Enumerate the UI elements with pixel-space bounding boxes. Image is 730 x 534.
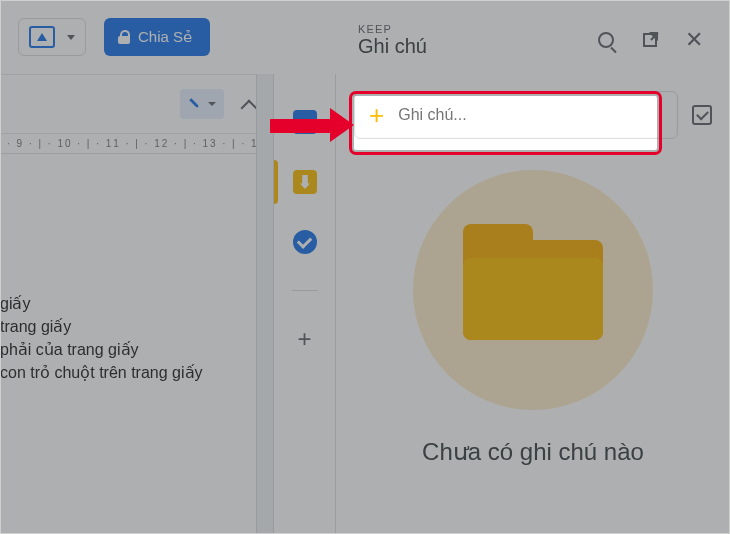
vertical-separator (256, 74, 274, 534)
keep-empty-state: Chưa có ghi chú nào (336, 150, 730, 534)
keep-panel: KEEP Ghi chú ✕ + Ghi chú... (336, 0, 730, 534)
doc-line: phải của trang giấy (0, 340, 256, 359)
side-panel-rail: + (274, 74, 336, 534)
pen-icon (185, 94, 205, 114)
keep-panel-header: KEEP Ghi chú ✕ (336, 0, 730, 80)
document-body[interactable]: giấy trang giấy phải của trang giấy con … (0, 154, 256, 534)
empty-message: Chưa có ghi chú nào (393, 436, 673, 468)
close-panel-button[interactable]: ✕ (682, 28, 706, 52)
dropdown-caret-icon (208, 102, 216, 106)
doc-line: con trỏ chuột trên trang giấy (0, 363, 256, 382)
share-button-label: Chia Sẻ (138, 28, 192, 46)
ruler-marks: · 9 · | · 10 · | · 11 · | · 12 · | · 13 … (7, 138, 256, 149)
new-note-input[interactable]: + Ghi chú... (354, 91, 678, 139)
new-list-button[interactable] (692, 105, 712, 125)
share-button[interactable]: Chia Sẻ (104, 18, 210, 56)
doc-line: trang giấy (0, 317, 256, 336)
ruler: · 9 · | · 10 · | · 11 · | · 12 · | · 13 … (0, 134, 256, 154)
new-note-placeholder: Ghi chú... (398, 106, 466, 124)
plus-icon: + (369, 102, 384, 128)
editing-mode-pill[interactable] (180, 89, 224, 119)
doc-line: giấy (0, 294, 256, 313)
new-note-row: + Ghi chú... (354, 88, 712, 142)
lock-icon (118, 30, 130, 44)
tasks-icon[interactable] (293, 230, 317, 254)
add-addon-icon[interactable]: + (297, 327, 311, 351)
keep-icon (293, 170, 317, 194)
keep-overline: KEEP (358, 23, 574, 35)
open-external-icon (643, 33, 657, 47)
docs-tools-row (0, 74, 280, 134)
keep-title: Ghi chú (358, 35, 574, 58)
keep-rail-item[interactable] (293, 170, 317, 194)
open-in-new-button[interactable] (638, 28, 662, 52)
dropdown-caret-icon (67, 35, 75, 40)
folder-icon (463, 240, 603, 340)
empty-illustration (413, 170, 653, 410)
calendar-icon[interactable] (293, 110, 317, 134)
docs-topbar: Chia Sẻ (0, 0, 280, 74)
present-icon (29, 26, 55, 48)
search-button[interactable] (594, 28, 618, 52)
rail-divider (292, 290, 318, 291)
search-icon (598, 32, 614, 48)
present-split-button[interactable] (18, 18, 86, 56)
